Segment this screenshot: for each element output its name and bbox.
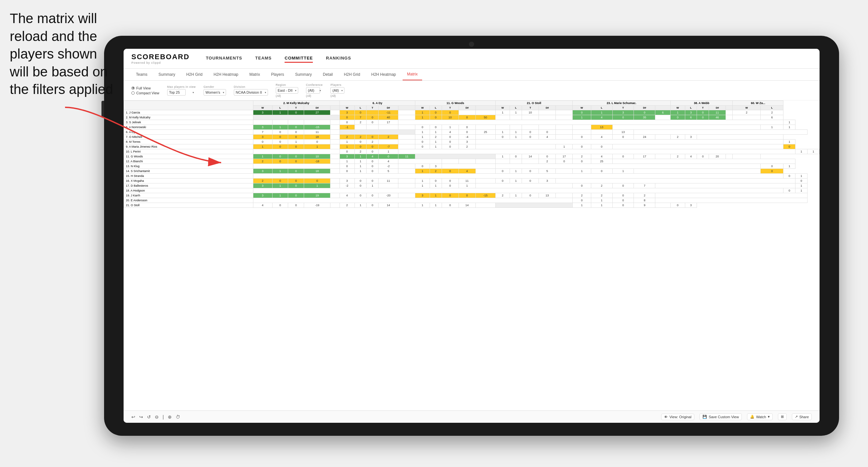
cell: 17 (634, 154, 655, 159)
gender-select-wrap[interactable]: Women's (204, 89, 226, 96)
cell: 3 (340, 110, 354, 115)
cell (253, 188, 783, 193)
cell (459, 110, 475, 115)
region-select[interactable]: East - DII (276, 87, 298, 94)
cell: 1 (510, 169, 522, 174)
max-players-select[interactable]: Top 25 (167, 89, 186, 96)
table-row: 16. X Mcgaha 2 0 0 0 3 0 0 11 1 0 0 (124, 179, 819, 183)
cell (655, 154, 671, 159)
refresh-icon[interactable]: ↺ (147, 414, 151, 419)
max-players-select-wrap[interactable]: Top 25 (167, 89, 196, 96)
cell: 2 (495, 193, 510, 198)
filters-bar: Full View Compact View Max players in vi… (124, 81, 819, 100)
undo-icon[interactable]: ↩ (131, 414, 135, 419)
conference-select-wrap[interactable]: (All) (306, 87, 323, 94)
gender-select[interactable]: Women's (204, 89, 226, 96)
nav-tournaments[interactable]: TOURNAMENTS (206, 54, 242, 63)
cell: 1 (415, 135, 430, 139)
cell: 3 (612, 110, 634, 115)
subnav-h2h-grid2[interactable]: H2H Grid (339, 69, 365, 80)
division-select[interactable]: NCAA Division II (234, 89, 268, 96)
players-select-wrap[interactable]: (All) (331, 87, 344, 94)
share-button[interactable]: ↗ Share (792, 413, 812, 420)
compact-view-option[interactable]: Compact View (131, 91, 159, 95)
division-select-wrap[interactable]: NCAA Division II (234, 89, 268, 96)
cell: 0 (340, 120, 354, 125)
nav-committee[interactable]: COMMITTEE (285, 54, 313, 63)
subnav-summary2[interactable]: Summary (290, 69, 316, 80)
cell: -20 (378, 193, 398, 198)
cell: 0 (340, 149, 354, 154)
subnav-matrix1[interactable]: Matrix (245, 69, 265, 80)
subnav-matrix2[interactable]: Matrix (403, 69, 423, 80)
subnav-detail[interactable]: Detail (318, 69, 338, 80)
player-name: 15. H Stranda (124, 174, 253, 179)
wlt-l4: L (510, 106, 522, 110)
wlt-dif6: Dif (709, 106, 726, 110)
cell: 2 (367, 139, 378, 145)
cell: 0 (573, 110, 591, 115)
grid-button[interactable]: ⊞ (778, 413, 787, 420)
cell: 0 (495, 135, 510, 139)
cell: 40 (378, 115, 398, 120)
wlt-l5: L (591, 106, 612, 110)
cell: 0 (442, 203, 459, 208)
toolbar-left: ↩ ↪ ↺ ⊖ | ⊕ ⏱ (131, 414, 180, 419)
subnav-players[interactable]: Players (266, 69, 288, 80)
cell: 25 (591, 159, 612, 164)
cell: 1 (354, 154, 367, 159)
cell (398, 120, 783, 125)
cell: 1 (612, 169, 634, 174)
toolbar-right: 👁 View: Original 💾 Save Custom View 🔔 Wa… (661, 413, 812, 420)
cell: 1 (430, 203, 442, 208)
cell: 17 (556, 154, 573, 159)
cell: 0 (288, 203, 304, 208)
cell (475, 135, 495, 139)
conference-select[interactable]: (All) (306, 87, 320, 94)
full-view-radio[interactable] (131, 87, 135, 90)
cell: 1 (430, 130, 442, 135)
cell (331, 139, 340, 145)
player-name: 19. J Karrh (124, 193, 253, 198)
cell (612, 145, 783, 149)
cell: 0 (591, 169, 612, 174)
full-view-option[interactable]: Full View (131, 86, 159, 90)
separator: | (163, 414, 164, 419)
nav-rankings[interactable]: RANKINGS (326, 54, 351, 63)
cell: 11 (398, 154, 415, 159)
cell: 1 (807, 149, 819, 154)
cell: 1 (671, 110, 685, 115)
subnav-h2h-heatmap2[interactable]: H2H Heatmap (367, 69, 400, 80)
nav-teams[interactable]: TEAMS (255, 54, 272, 63)
compact-view-radio[interactable] (131, 91, 135, 95)
watch-button[interactable]: 🔔 Watch ▾ (747, 413, 773, 420)
region-select-wrap[interactable]: East - DII (276, 87, 298, 94)
cell (331, 125, 340, 130)
max-players-label: Max players in view (167, 85, 196, 89)
zoom-in-icon[interactable]: ⊕ (168, 414, 172, 419)
cell: 0 (442, 135, 459, 139)
players-select[interactable]: (All) (331, 87, 344, 94)
cell: 0 (340, 169, 354, 174)
cell (378, 139, 398, 145)
table-row: 21. O Stoll 4 0 0 -19 2 1 0 14 1 1 0 (124, 203, 819, 208)
wlt-blank3 (475, 106, 495, 110)
view-original-button[interactable]: 👁 View: Original (661, 414, 694, 420)
subnav-h2h-grid1[interactable]: H2H Grid (182, 69, 207, 80)
cell: 1 (442, 125, 459, 130)
tablet-frame: SCOREBOARD Powered by clippd TOURNAMENTS… (104, 36, 839, 436)
redo-icon[interactable]: ↪ (139, 414, 143, 419)
subnav-h2h-heatmap1[interactable]: H2H Heatmap (209, 69, 243, 80)
cell: 1 (430, 193, 442, 198)
subnav-teams[interactable]: Teams (131, 69, 152, 80)
cell: 3 (539, 179, 556, 183)
subnav-summary1[interactable]: Summary (154, 69, 180, 80)
cell (655, 183, 796, 188)
cell: 3 (685, 110, 697, 115)
save-custom-view-button[interactable]: 💾 Save Custom View (700, 413, 742, 420)
clock-icon[interactable]: ⏱ (176, 414, 180, 419)
cell: 20 (709, 154, 726, 159)
cell (556, 110, 573, 115)
cell (398, 193, 415, 198)
zoom-out-icon[interactable]: ⊖ (155, 414, 159, 419)
